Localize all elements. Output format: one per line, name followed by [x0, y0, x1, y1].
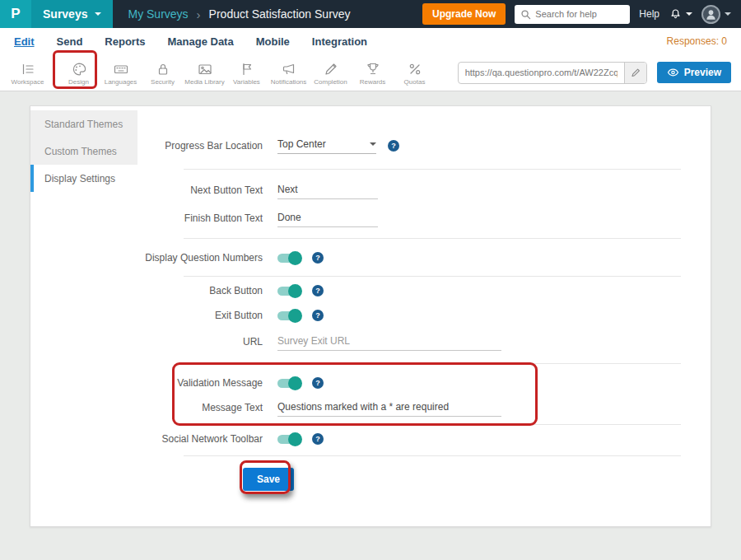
tool-label: Design [68, 78, 89, 86]
percent-icon [407, 61, 423, 77]
help-search-box[interactable] [515, 5, 630, 24]
exit-button-label: Exit Button [47, 310, 263, 321]
survey-nav: Edit Send Reports Manage Data Mobile Int… [0, 28, 741, 54]
preview-button[interactable]: Preview [657, 62, 731, 83]
setting-row-display-question-numbers: Display Question Numbers ? [47, 246, 681, 269]
tool-label: Variables [233, 78, 260, 86]
separator [184, 169, 681, 170]
tool-design[interactable]: Design [58, 59, 100, 86]
product-switcher[interactable]: Surveys [31, 0, 113, 28]
survey-url-input[interactable] [459, 68, 624, 77]
questionpro-logo[interactable]: P [0, 0, 31, 28]
help-icon[interactable]: ? [312, 377, 324, 389]
separator [184, 455, 681, 456]
content-area: Standard Themes Custom Themes Display Se… [0, 92, 741, 560]
workspace-icon [20, 61, 36, 77]
next-button-text-input[interactable] [277, 182, 378, 199]
responses-count: Responses: 0 [667, 35, 727, 47]
validation-message-toggle[interactable] [277, 379, 301, 388]
tool-label: Security [151, 78, 175, 86]
message-text-input[interactable] [277, 399, 501, 417]
setting-row-finish-button-text: Finish Button Text [47, 207, 681, 230]
url-label: URL [47, 336, 263, 348]
help-icon[interactable]: ? [312, 252, 324, 264]
upgrade-button[interactable]: Upgrade Now [422, 3, 506, 25]
tool-notifications[interactable]: Notifications [268, 59, 310, 86]
help-icon[interactable]: ? [312, 310, 324, 321]
message-text-label: Message Text [47, 402, 263, 413]
survey-url-box [458, 62, 647, 84]
nav-mobile[interactable]: Mobile [256, 35, 290, 48]
back-button-toggle[interactable] [277, 287, 301, 296]
tool-label: Quotas [404, 78, 426, 86]
sidebar-item-label: Standard Themes [44, 119, 123, 130]
validation-message-label: Validation Message [47, 377, 263, 389]
progress-bar-location-select[interactable]: Top Center [277, 138, 376, 154]
finish-button-text-input[interactable] [277, 210, 378, 227]
chevron-down-icon [370, 142, 376, 146]
account-menu[interactable] [701, 5, 731, 24]
exit-url-input[interactable] [277, 334, 501, 351]
setting-row-back-button: Back Button ? [47, 279, 681, 302]
setting-row-social-network-toolbar: Social Network Toolbar ? [47, 427, 681, 450]
separator [184, 424, 681, 425]
logo-letter: P [11, 6, 20, 22]
nav-manage-data[interactable]: Manage Data [167, 35, 233, 48]
chevron-down-icon [686, 12, 692, 16]
search-input[interactable] [535, 9, 624, 19]
tool-label: Rewards [360, 78, 386, 86]
setting-row-next-button-text: Next Button Text [47, 179, 681, 202]
tool-workspace[interactable]: Workspace [7, 59, 49, 86]
eye-icon [667, 68, 679, 77]
avatar [701, 5, 720, 24]
tool-completion[interactable]: Completion [310, 59, 352, 86]
save-button[interactable]: Save [243, 468, 294, 491]
exit-button-toggle[interactable] [277, 311, 301, 320]
image-icon [197, 61, 213, 77]
display-question-numbers-label: Display Question Numbers [47, 252, 263, 264]
help-icon[interactable]: ? [388, 140, 399, 152]
edit-url-button[interactable] [624, 63, 646, 83]
tool-quotas[interactable]: Quotas [394, 59, 436, 86]
top-bar: P Surveys My Surveys › Product Satisfact… [0, 0, 741, 28]
setting-row-validation-message: Validation Message ? [47, 371, 681, 394]
design-palette-icon [71, 61, 87, 77]
breadcrumb-my-surveys[interactable]: My Surveys [128, 7, 188, 21]
nav-send[interactable]: Send [57, 35, 83, 48]
product-name: Surveys [43, 7, 87, 21]
display-question-numbers-toggle[interactable] [277, 254, 301, 263]
progress-bar-location-label: Progress Bar Location [47, 140, 263, 152]
trophy-icon [365, 61, 381, 77]
separator [184, 363, 681, 364]
help-icon[interactable]: ? [312, 433, 324, 445]
preview-label: Preview [684, 67, 721, 78]
setting-row-exit-url: URL [47, 330, 681, 353]
display-settings-panel: Standard Themes Custom Themes Display Se… [30, 105, 711, 527]
selected-value: Top Center [277, 138, 326, 150]
social-network-toolbar-toggle[interactable] [277, 435, 301, 444]
help-icon[interactable]: ? [312, 285, 324, 296]
tool-rewards[interactable]: Rewards [352, 59, 394, 86]
nav-edit[interactable]: Edit [14, 35, 35, 48]
lock-icon [155, 61, 171, 77]
notifications-menu[interactable] [669, 7, 692, 21]
nav-reports[interactable]: Reports [105, 35, 145, 48]
megaphone-icon [281, 61, 297, 77]
tool-label: Languages [105, 78, 137, 86]
tool-languages[interactable]: Languages [100, 59, 142, 86]
separator [184, 276, 681, 277]
tool-label: Notifications [271, 78, 307, 86]
bell-icon [669, 7, 683, 21]
chevron-down-icon [95, 12, 101, 16]
next-button-text-label: Next Button Text [47, 184, 263, 196]
setting-row-message-text: Message Text [47, 396, 681, 419]
topbar-right-cluster: Upgrade Now Help [422, 3, 741, 25]
search-icon [520, 9, 531, 20]
finish-button-text-label: Finish Button Text [47, 212, 263, 224]
nav-integration[interactable]: Integration [312, 35, 367, 48]
tool-variables[interactable]: Variables [226, 59, 268, 86]
tool-media-library[interactable]: Media Library [184, 59, 226, 86]
help-link[interactable]: Help [639, 8, 659, 20]
keyboard-icon [113, 61, 129, 77]
tool-security[interactable]: Security [142, 59, 184, 86]
